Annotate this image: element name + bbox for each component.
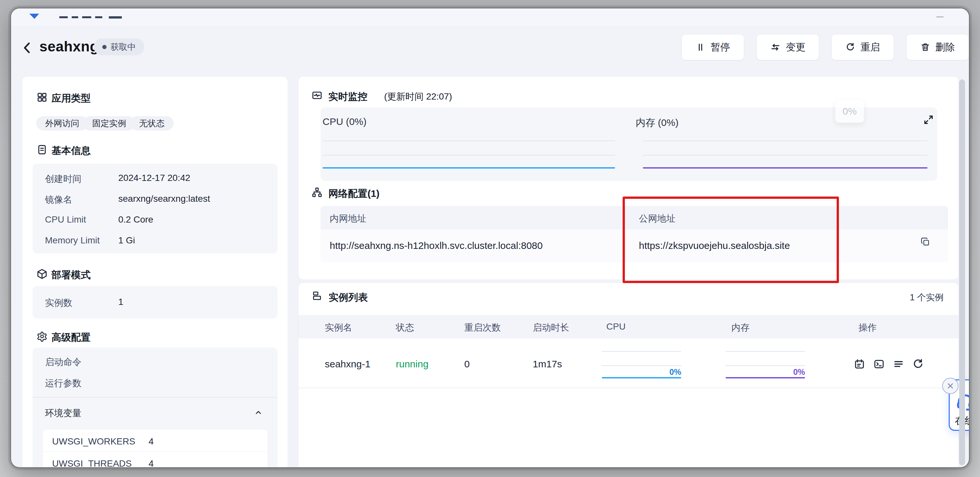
trash-icon — [920, 42, 930, 52]
instance-restart-button[interactable] — [912, 358, 924, 370]
terminal-icon — [873, 358, 885, 370]
basic-info-icon — [37, 144, 48, 155]
annotation-highlight-box — [623, 197, 839, 283]
restart-icon — [912, 358, 924, 370]
instance-table-header: 实例名 状态 重启次数 启动时长 CPU 内存 操作 — [298, 315, 958, 338]
col-operations: 操作 — [859, 322, 877, 334]
memory-chart-label: 内存 (0%) — [636, 116, 679, 130]
memory-chart-line — [643, 167, 928, 168]
change-button[interactable]: 变更 — [757, 34, 819, 60]
col-restarts: 重启次数 — [464, 322, 501, 334]
advanced-config-icon — [37, 331, 48, 342]
internal-address-column: 内网地址 — [330, 212, 366, 225]
copy-icon — [920, 236, 931, 247]
close-chat-button[interactable] — [942, 378, 958, 394]
deploy-mode-icon — [37, 268, 48, 279]
app-type-title: 应用类型 — [51, 92, 91, 105]
col-uptime: 启动时长 — [533, 322, 569, 334]
chart-tooltip-ghost: 0% — [835, 100, 864, 123]
monitor-update-time: (更新时间 22:07) — [384, 90, 452, 103]
env-vars-label: 环境变量 — [45, 407, 81, 419]
expand-icon — [923, 114, 934, 125]
pause-button-label: 暂停 — [711, 41, 730, 54]
instance-terminal-button[interactable] — [873, 358, 885, 370]
cpu-gridline — [323, 141, 615, 141]
back-button[interactable] — [19, 40, 35, 55]
app-window: seahxng 获取中 暂停 变更 重启 删除 应用类型 外网访问 固定实例 无… — [11, 8, 969, 467]
instance-details-button[interactable] — [854, 358, 865, 370]
memory-mini-line — [725, 377, 805, 379]
details-icon — [854, 358, 865, 370]
restart-button-label: 重启 — [861, 41, 880, 54]
col-memory: 内存 — [732, 322, 750, 334]
restart-button[interactable]: 重启 — [831, 34, 894, 60]
delete-button-label: 删除 — [935, 41, 955, 54]
window-top-strip — [11, 8, 969, 27]
logs-icon — [892, 358, 904, 370]
memory-mini-gridline — [725, 351, 805, 352]
env-value: 4 — [149, 458, 154, 467]
replicas-value: 1 — [118, 297, 124, 307]
start-command-label: 启动命令 — [45, 356, 81, 368]
col-status: 状态 — [396, 322, 414, 334]
chevron-left-icon — [19, 40, 35, 55]
tag-stateless: 无状态 — [130, 116, 173, 130]
info-row-value: searxng/searxng:latest — [118, 193, 210, 204]
env-key: UWSGI_WORKERS — [52, 436, 135, 447]
instance-logs-button[interactable] — [892, 358, 904, 370]
realtime-monitor-title: 实时监控 — [328, 90, 368, 103]
run-args-label: 运行参数 — [45, 377, 81, 390]
instance-restarts: 0 — [464, 358, 470, 369]
instance-list-panel: 实例列表 1 个实例 实例名 状态 重启次数 启动时长 CPU 内存 操作 se… — [298, 282, 959, 467]
page-scrollbar[interactable] — [959, 79, 965, 465]
tag-external-access: 外网访问 — [36, 116, 88, 130]
info-row-label: 创建时间 — [45, 173, 81, 185]
status-badge: 获取中 — [94, 38, 144, 55]
info-row-value: 0.2 Core — [118, 214, 153, 225]
memory-mini-value: 0% — [725, 368, 805, 377]
basic-info-title: 基本信息 — [51, 144, 91, 157]
divider — [43, 452, 268, 452]
cpu-mini-gridline — [602, 351, 681, 352]
env-vars-card: UWSGI_WORKERS 4 UWSGI_THREADS 4 — [42, 429, 268, 467]
env-key: UWSGI_THREADS — [52, 458, 132, 467]
memory-mini-gridline — [725, 365, 805, 366]
divider — [33, 397, 278, 398]
expand-chart-button[interactable] — [923, 114, 934, 125]
delete-button[interactable]: 删除 — [906, 34, 969, 60]
col-cpu: CPU — [606, 322, 625, 332]
instance-status: running — [396, 358, 428, 369]
realtime-monitor-icon — [312, 90, 323, 101]
copy-url-button[interactable] — [920, 236, 931, 247]
memory-gridline — [643, 141, 928, 141]
basic-info-card: 创建时间 2024-12-17 20:42 镜像名 searxng/searxn… — [33, 164, 278, 254]
info-row-label: Memory Limit — [45, 235, 100, 246]
chevron-up-icon — [254, 408, 263, 417]
instance-name: seahxng-1 — [325, 358, 371, 369]
cpu-mini-gridline — [602, 365, 681, 366]
instance-list-icon — [312, 290, 322, 301]
swap-arrows-icon — [770, 42, 781, 52]
instance-count: 1 个实例 — [843, 292, 943, 303]
pause-icon — [695, 42, 705, 52]
replicas-label: 实例数 — [45, 297, 72, 309]
cpu-mini-value: 0% — [602, 368, 681, 377]
env-collapse-toggle[interactable] — [254, 408, 263, 417]
instance-table-row: seahxng-1 running 0 1m17s 0% 0% — [298, 338, 958, 388]
restart-icon — [845, 42, 855, 52]
col-instance-name: 实例名 — [325, 322, 352, 334]
advanced-config-card: 启动命令 运行参数 环境变量 UWSGI_WORKERS 4 UWSGI_THR… — [33, 347, 278, 467]
app-type-icon — [37, 92, 48, 103]
info-row-label: CPU Limit — [45, 214, 86, 225]
network-config-icon — [312, 187, 323, 198]
info-row-value: 2024-12-17 20:42 — [118, 173, 190, 183]
deploy-mode-card: 实例数 1 — [33, 286, 278, 319]
deploy-mode-title: 部署模式 — [51, 268, 91, 282]
pause-button[interactable]: 暂停 — [682, 34, 744, 60]
cpu-chart-label: CPU (0%) — [323, 116, 366, 127]
app-logo-cutoff — [29, 14, 39, 19]
status-badge-label: 获取中 — [110, 41, 136, 53]
cpu-mini-line — [602, 377, 681, 379]
divider — [298, 388, 958, 388]
page-title: seahxng — [40, 38, 99, 55]
